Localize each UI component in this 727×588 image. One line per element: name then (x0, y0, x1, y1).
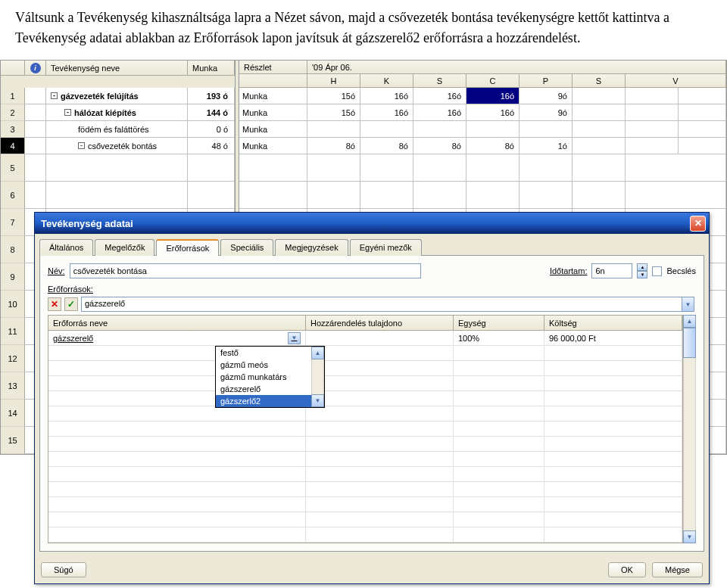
day-cell[interactable] (360, 182, 413, 209)
empty-day-cell[interactable] (679, 88, 726, 104)
task-name-cell[interactable]: -gázvezeték felújítás (46, 88, 188, 104)
day-h-header[interactable]: H (307, 74, 360, 88)
day-cell[interactable] (360, 154, 413, 182)
info-column-header[interactable]: i (25, 61, 46, 76)
work-cell[interactable] (188, 154, 235, 182)
resource-row[interactable]: gázszerelő ▼ 100% 96 000,00 Ft (48, 331, 682, 346)
res-cost-cell[interactable] (544, 346, 682, 361)
day-cell[interactable] (573, 182, 626, 209)
tab-általános[interactable]: Általános (39, 239, 93, 256)
day-cell[interactable] (626, 88, 679, 104)
day-cell[interactable] (413, 154, 466, 182)
spinner-down-icon[interactable]: ▼ (637, 271, 647, 278)
info-cell[interactable] (25, 121, 46, 138)
res-unit-header[interactable]: Egység (454, 316, 544, 331)
day-cell[interactable]: 15ó (307, 88, 360, 104)
detail-cell[interactable]: Munka (239, 121, 307, 138)
tree-collapse-icon[interactable]: - (64, 109, 71, 116)
res-unit-cell[interactable] (454, 361, 544, 376)
dropdown-item[interactable]: festő (216, 347, 311, 359)
scroll-track[interactable] (311, 359, 324, 394)
day-cell[interactable] (307, 121, 360, 138)
res-owner-cell[interactable] (306, 346, 454, 361)
day-cell[interactable]: 16ó (466, 88, 520, 104)
day-cell[interactable] (360, 121, 413, 138)
day-cell[interactable]: 9ó (520, 88, 573, 104)
task-name-cell[interactable] (46, 182, 188, 209)
day-cell[interactable] (626, 121, 679, 138)
dropdown-scrollbar[interactable]: ▲ ▼ (311, 347, 324, 407)
res-unit-cell[interactable] (454, 391, 544, 406)
tab-erőforrások[interactable]: Erőforrások (156, 239, 219, 256)
row-number[interactable]: 12 (1, 345, 25, 372)
res-cost-header[interactable]: Költség (544, 316, 682, 331)
day-cell[interactable]: 8ó (360, 138, 413, 154)
row-number[interactable]: 5 (1, 154, 25, 182)
day-cell[interactable] (413, 182, 466, 209)
table-row[interactable]: 3 födém és faláttörés 0 ó Munka (1, 121, 726, 138)
info-cell[interactable] (25, 154, 46, 182)
detail-cell[interactable]: Munka (239, 104, 307, 121)
res-owner-cell[interactable] (306, 437, 454, 452)
day-cell[interactable]: 9ó (520, 104, 573, 121)
day-cell[interactable] (307, 154, 360, 182)
res-cost-cell[interactable] (544, 437, 682, 452)
day-cell[interactable]: 16ó (413, 88, 466, 104)
day-cell[interactable] (573, 138, 626, 154)
day-p-header[interactable]: P (520, 74, 573, 88)
day-cell[interactable] (520, 154, 573, 182)
res-owner-cell[interactable] (306, 331, 454, 346)
dropdown-item[interactable]: gázmű meós (216, 359, 311, 371)
row-number[interactable]: 2 (1, 104, 25, 121)
resource-row[interactable] (48, 422, 682, 437)
detail-cell[interactable] (239, 154, 307, 182)
detail-header[interactable]: Részlet (239, 61, 307, 74)
name-input[interactable] (70, 263, 421, 278)
res-cost-cell[interactable] (544, 376, 682, 391)
day-v-header[interactable]: V (626, 74, 726, 88)
row-number-header[interactable] (1, 61, 25, 76)
day-cell[interactable] (466, 154, 520, 182)
res-name-cell[interactable] (48, 422, 306, 437)
tab-speciális[interactable]: Speciális (220, 239, 273, 256)
task-name-cell[interactable] (46, 154, 188, 182)
row-number[interactable]: 3 (1, 121, 25, 138)
day-c-header[interactable]: C (466, 74, 520, 88)
resource-row[interactable] (48, 391, 682, 406)
res-cell-dropdown-icon[interactable]: ▼ (288, 332, 301, 344)
task-name-cell[interactable]: -csővezeték bontás (46, 138, 188, 154)
res-name-cell[interactable] (48, 437, 306, 452)
spinner-up-icon[interactable]: ▲ (637, 263, 647, 271)
row-number[interactable]: 13 (1, 372, 25, 400)
tab-egyéni mezők[interactable]: Egyéni mezők (350, 239, 422, 256)
tab-megelőzők[interactable]: Megelőzők (95, 239, 154, 256)
res-name-cell[interactable] (48, 406, 306, 422)
empty-day-cell[interactable] (626, 154, 726, 182)
row-number[interactable]: 11 (1, 318, 25, 345)
row-number[interactable]: 15 (1, 427, 25, 454)
table-row[interactable]: 2 -hálózat kiépítés 144 ó Munka 15ó16ó16… (1, 104, 726, 121)
res-owner-cell[interactable] (306, 391, 454, 406)
day-cell[interactable] (573, 88, 626, 104)
info-cell[interactable] (25, 88, 46, 104)
res-unit-cell[interactable] (454, 437, 544, 452)
duration-input[interactable] (591, 263, 632, 278)
week-header[interactable]: '09 Ápr 06. (307, 61, 726, 74)
day-cell[interactable]: 16ó (360, 104, 413, 121)
res-cost-cell[interactable] (544, 452, 682, 455)
day-cell[interactable]: 16ó (360, 88, 413, 104)
work-cell[interactable]: 48 ó (188, 138, 235, 154)
day-cell[interactable] (573, 154, 626, 182)
empty-day-cell[interactable] (679, 121, 726, 138)
tab-megjegyzések[interactable]: Megjegyzések (275, 239, 348, 256)
row-number[interactable]: 1 (1, 88, 25, 104)
detail-cell[interactable] (239, 182, 307, 209)
info-cell[interactable] (25, 182, 46, 209)
row-number[interactable]: 6 (1, 182, 25, 209)
day-cell[interactable] (413, 121, 466, 138)
res-unit-cell[interactable] (454, 376, 544, 391)
resource-row[interactable] (48, 376, 682, 391)
task-name-cell[interactable]: födém és faláttörés (46, 121, 188, 138)
table-row[interactable]: 4 -csővezeték bontás 48 ó Munka 8ó8ó8ó8ó… (1, 138, 726, 154)
row-number[interactable]: 4 (1, 138, 25, 154)
